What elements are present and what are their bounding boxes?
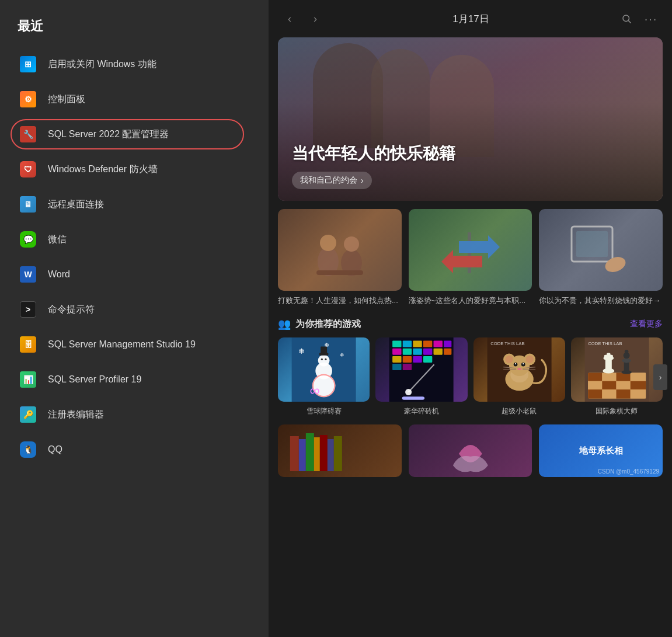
svg-point-57 <box>513 363 517 367</box>
games-section: 👥 为你推荐的游戏 查看更多 ❄ ❄ <box>278 318 663 416</box>
article-thumb-3 <box>539 209 663 291</box>
svg-text:CODE THIS LAB: CODE THIS LAB <box>490 341 524 346</box>
hero-banner[interactable]: 当代年轻人的快乐秘籍 我和自己的约会 › <box>278 37 663 201</box>
game-scene-4: CODE THIS LAB <box>571 337 663 402</box>
menu-item-remote-desktop[interactable]: 🖥远程桌面连接 <box>0 187 269 222</box>
games-nav-button[interactable]: › <box>653 364 667 390</box>
defender-icon-inner: 🛡 <box>20 161 36 177</box>
game-card-3[interactable]: CODE THIS LAB <box>473 337 565 416</box>
remote-icon-inner: 🖥 <box>20 196 36 213</box>
svg-rect-36 <box>423 349 432 355</box>
article-thumb-content-2 <box>409 209 532 291</box>
svg-rect-73 <box>588 381 602 389</box>
menu-item-profiler[interactable]: 📊SQL Server Profiler 19 <box>0 362 269 397</box>
menu-item-ssms[interactable]: 🗄SQL Server Management Studio 19 <box>0 327 269 362</box>
word-icon-inner: W <box>20 266 36 283</box>
cmd-icon-inner: > <box>20 301 36 318</box>
svg-point-61 <box>517 368 521 370</box>
svg-text:❄: ❄ <box>340 352 344 358</box>
svg-rect-39 <box>392 356 401 363</box>
svg-line-1 <box>628 20 631 23</box>
svg-point-21 <box>325 358 326 360</box>
more-button[interactable]: ··· <box>642 9 660 28</box>
menu-item-qq[interactable]: 🐧QQ <box>0 432 269 467</box>
svg-rect-75 <box>616 381 630 389</box>
svg-point-90 <box>625 350 629 354</box>
article-card-2[interactable]: 涨姿势~这些名人的爱好竟与本职... <box>409 209 532 306</box>
control-icon-inner: ⚙ <box>20 91 36 107</box>
svg-point-88 <box>622 358 631 363</box>
article-row: 打败无趣！人生漫漫，如何找点热... 涨姿势~这 <box>278 209 663 306</box>
menu-item-regedit[interactable]: 🔑注册表编辑器 <box>0 397 269 432</box>
games-title: 👥 为你推荐的游戏 <box>278 318 361 330</box>
svg-rect-92 <box>299 439 306 471</box>
qq-icon: 🐧 <box>18 439 39 460</box>
svg-rect-76 <box>630 381 645 389</box>
svg-rect-31 <box>434 341 443 347</box>
game-card-2[interactable]: 豪华碎砖机 <box>375 337 467 416</box>
article-card-1[interactable]: 打败无趣！人生漫漫，如何找点热... <box>278 209 402 306</box>
svg-point-5 <box>344 236 359 252</box>
game-card-1[interactable]: ❄ ❄ ❄ <box>278 337 370 416</box>
menu-item-windows-features[interactable]: ⊞启用或关闭 Windows 功能 <box>0 47 269 82</box>
search-button[interactable] <box>617 9 636 28</box>
sql-icon-inner: 🔧 <box>20 126 36 142</box>
article-thumb-content-3 <box>539 209 663 291</box>
menu-item-cmd[interactable]: >命令提示符 <box>0 292 269 327</box>
svg-point-59 <box>514 363 516 364</box>
game-name-2: 豪华碎砖机 <box>404 406 439 416</box>
menu-item-word[interactable]: WWord <box>0 257 269 292</box>
svg-rect-28 <box>403 341 412 347</box>
svg-rect-42 <box>423 356 432 363</box>
menu-item-control-panel[interactable]: ⚙控制面板 <box>0 82 269 117</box>
bottom-card-2[interactable] <box>409 424 532 477</box>
svg-rect-43 <box>392 364 401 370</box>
hero-content: 当代年轻人的快乐秘籍 我和自己的约会 › <box>278 131 663 201</box>
games-more-button[interactable]: 查看更多 <box>630 319 663 329</box>
article-desc-3: 你以为不贵，其实特别烧钱的爱好→ <box>539 295 663 306</box>
article-desc-1: 打败无趣！人生漫漫，如何找点热... <box>278 295 402 306</box>
hero-title: 当代年轻人的快乐秘籍 <box>292 142 649 165</box>
bottom-card-1[interactable] <box>278 424 402 477</box>
left-panel: 最近 ⊞启用或关闭 Windows 功能⚙控制面板🔧SQL Server 202… <box>0 0 269 637</box>
cmd-icon: > <box>18 299 39 320</box>
menu-item-sql-config[interactable]: 🔧SQL Server 2022 配置管理器 <box>0 117 269 152</box>
ssms-icon: 🗄 <box>18 334 39 355</box>
nav-back-button[interactable]: ‹ <box>280 9 299 28</box>
game-card-4[interactable]: CODE THIS LAB <box>571 337 663 416</box>
svg-point-12 <box>603 255 628 275</box>
wechat-icon-inner: 💬 <box>20 231 36 248</box>
profiler-icon: 📊 <box>18 369 39 390</box>
svg-rect-79 <box>616 389 630 398</box>
nav-forward-button[interactable]: › <box>306 9 325 28</box>
hero-subtitle[interactable]: 我和自己的约会 › <box>292 172 372 189</box>
windows-icon-inner: ⊞ <box>20 56 36 72</box>
games-row: ❄ ❄ ❄ <box>278 337 663 416</box>
game-name-4: 国际象棋大师 <box>596 406 638 416</box>
svg-point-56 <box>525 356 533 363</box>
svg-rect-96 <box>320 435 328 471</box>
menu-item-defender[interactable]: 🛡Windows Defender 防火墙 <box>0 152 269 187</box>
bottom-card-small: CSDN @m0_45679129 <box>598 468 659 475</box>
svg-point-19 <box>318 355 330 367</box>
svg-rect-47 <box>402 396 425 400</box>
svg-point-0 <box>623 15 629 22</box>
bottom-card-3[interactable]: 地母系长相 CSDN @m0_45679129 <box>539 424 663 477</box>
remote-icon: 🖥 <box>18 194 39 215</box>
svg-rect-6 <box>316 270 363 275</box>
svg-rect-38 <box>444 349 451 355</box>
menu-label-word: Word <box>48 269 70 280</box>
control-icon: ⚙ <box>18 89 39 110</box>
svg-rect-85 <box>604 355 612 357</box>
svg-rect-97 <box>328 439 334 471</box>
svg-marker-8 <box>459 235 500 259</box>
game-thumb-2 <box>375 337 467 402</box>
menu-label-sql-config: SQL Server 2022 配置管理器 <box>48 128 169 141</box>
windows-icon: ⊞ <box>18 54 39 75</box>
right-header: ‹ › 1月17日 ··· <box>269 0 672 37</box>
svg-point-60 <box>523 363 524 364</box>
svg-rect-71 <box>616 373 630 381</box>
wechat-icon: 💬 <box>18 229 39 250</box>
article-card-3[interactable]: 你以为不贵，其实特别烧钱的爱好→ <box>539 209 663 306</box>
menu-item-wechat[interactable]: 💬微信 <box>0 222 269 257</box>
